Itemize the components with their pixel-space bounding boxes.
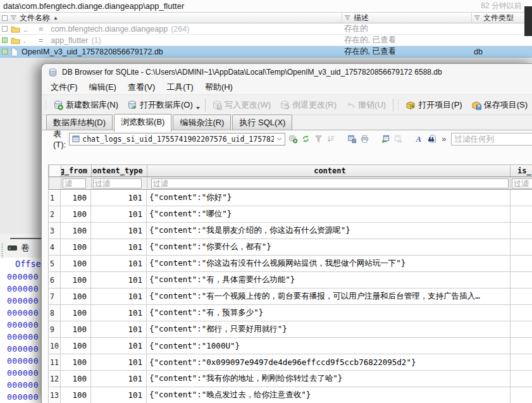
- cell-is-read[interactable]: [510, 239, 532, 256]
- cell-content-type[interactable]: 101: [91, 305, 147, 321]
- table-row[interactable]: 2 100 101 {"content":"哪位"}: [48, 206, 532, 223]
- table-row[interactable]: 10 100 101 {"content":"1000U"}: [48, 338, 532, 354]
- new-record-button[interactable]: [288, 133, 298, 145]
- cell-is-read[interactable]: [510, 206, 532, 223]
- row-number[interactable]: 3: [48, 223, 61, 239]
- row-number[interactable]: 7: [48, 288, 61, 305]
- import-table-button[interactable]: [381, 133, 390, 145]
- menu-item[interactable]: 帮助(H): [199, 80, 238, 94]
- cell-content[interactable]: {"content":"都行，只要好用就行"}: [147, 321, 510, 338]
- cell-is-read[interactable]: [510, 371, 532, 387]
- open-database-dropdown-icon[interactable]: [196, 107, 200, 109]
- cell-content[interactable]: {"content":"有，预算多少"}: [147, 305, 510, 321]
- cell-content-type[interactable]: 101: [91, 223, 147, 239]
- save-project-button[interactable]: 保存项目(S): [467, 97, 532, 113]
- cell-content-type[interactable]: 101: [91, 239, 147, 256]
- cell-msg-from[interactable]: 100: [61, 387, 91, 403]
- filter-input-is-read[interactable]: 过滤: [512, 178, 532, 189]
- print-button[interactable]: [360, 133, 369, 145]
- table-row[interactable]: 3 100 101 {"content":"我是朋友介绍的，你这边有什么资源呢"…: [48, 223, 532, 239]
- cell-content[interactable]: {"content":"有一个视频上传的，前台要有播报，可以用户注册和后台管理，…: [147, 288, 510, 305]
- cell-msg-from[interactable]: 100: [61, 338, 91, 354]
- row-number[interactable]: 12: [48, 371, 61, 387]
- find-button[interactable]: [427, 133, 436, 145]
- cell-content-type[interactable]: 101: [91, 206, 147, 223]
- row-number[interactable]: 4: [48, 239, 61, 256]
- row-number[interactable]: 11: [48, 354, 61, 371]
- tab[interactable]: 编辑杂注(R): [173, 115, 231, 131]
- cell-content[interactable]: {"content":"你要什么，都有"}: [147, 239, 510, 256]
- cell-content[interactable]: {"content":"你好"}: [147, 190, 510, 206]
- cell-is-read[interactable]: [510, 305, 532, 321]
- table-row[interactable]: 7 100 101 {"content":"有一个视频上传的，前台要有播报，可以…: [48, 288, 532, 305]
- cell-is-read[interactable]: [510, 288, 532, 305]
- row-number[interactable]: 9: [48, 321, 61, 338]
- cell-content[interactable]: {"content":"你这边有没有什么视频网站提供，我想做个网站玩一下"}: [147, 256, 510, 272]
- tab[interactable]: 浏览数据(B): [114, 114, 171, 132]
- cell-is-read[interactable]: [510, 272, 532, 288]
- cell-content[interactable]: {"content":"1000U"}: [147, 338, 510, 354]
- clear-filter-button[interactable]: [314, 133, 323, 145]
- cell-is-read[interactable]: [510, 387, 532, 403]
- select-all-checkbox[interactable]: [2, 15, 8, 21]
- cell-msg-from[interactable]: 100: [61, 321, 91, 338]
- open-project-button[interactable]: 打开项目(P): [401, 97, 466, 113]
- undo-button[interactable]: 撤销(U): [341, 97, 390, 113]
- cell-msg-from[interactable]: 100: [61, 272, 91, 288]
- title-bar[interactable]: DB Browser for SQLite - C:\Users\ADMINI~…: [42, 64, 532, 80]
- menu-item[interactable]: 工具(T): [161, 80, 199, 94]
- toolbar-grip[interactable]: [398, 99, 399, 111]
- cell-msg-from[interactable]: 100: [61, 239, 91, 256]
- row-checkbox[interactable]: [2, 26, 8, 32]
- cell-content[interactable]: {"content":"我是朋友介绍的，你这边有什么资源呢"}: [147, 223, 510, 239]
- cell-is-read[interactable]: [510, 256, 532, 272]
- cell-content-type[interactable]: 101: [91, 371, 147, 387]
- table-row[interactable]: 12 100 101 {"content":"我有你的地址，刚刚给你转过去了哈"…: [48, 371, 532, 387]
- table-row[interactable]: 13 100 101 {"content":"晚点发过去，给你注意查收"}: [48, 387, 532, 403]
- write-changes-button[interactable]: 写入更改(W): [207, 97, 275, 113]
- file-row-current-dir[interactable]: . = app_flutter (1) 存在的, 已查看: [0, 35, 532, 46]
- cell-content-type[interactable]: 101: [91, 354, 147, 371]
- filter-funnel-icon[interactable]: [474, 15, 481, 21]
- new-database-button[interactable]: 新建数据库(N): [49, 97, 123, 113]
- table-row[interactable]: 8 100 101 {"content":"有，预算多少"}: [48, 305, 532, 321]
- column-header-filename[interactable]: 文件名称 ▲: [0, 13, 342, 23]
- refresh-button[interactable]: [301, 133, 311, 145]
- cell-content-type[interactable]: 101: [91, 256, 147, 272]
- table-combobox[interactable]: chat_logs_si_uid_1755741902207576_uid_17…: [69, 133, 285, 146]
- column-header-is-read[interactable]: is_re: [510, 165, 532, 177]
- filter-input-msg-from[interactable]: 滤: [63, 178, 86, 189]
- cell-content-type[interactable]: 101: [91, 387, 147, 403]
- column-header-msg-from[interactable]: sg_from: [61, 165, 92, 177]
- row-number[interactable]: 2: [48, 206, 61, 223]
- row-checkbox[interactable]: [2, 49, 8, 54]
- cell-msg-from[interactable]: 100: [61, 190, 91, 206]
- cell-content-type[interactable]: 101: [91, 338, 147, 354]
- file-row-parent-dir[interactable]: .. = com.bfengtech.diange.diangeapp (264…: [0, 23, 532, 35]
- cell-is-read[interactable]: [510, 321, 532, 338]
- row-number[interactable]: 6: [48, 272, 61, 288]
- row-number[interactable]: 13: [48, 387, 61, 403]
- cell-is-read[interactable]: [510, 338, 532, 354]
- toolbar-grip[interactable]: [1, 244, 3, 257]
- table-row[interactable]: 11 100 101 {"content":"0x099097e9497de4d…: [48, 354, 532, 371]
- tab[interactable]: 执行 SQL(X): [232, 115, 292, 131]
- cell-msg-from[interactable]: 100: [61, 223, 91, 239]
- cell-content[interactable]: {"content":"0x099097e9497de4de96effccd9f…: [147, 354, 510, 371]
- cell-msg-from[interactable]: 100: [61, 371, 91, 387]
- table-row[interactable]: 4 100 101 {"content":"你要什么，都有"}: [48, 239, 532, 256]
- cell-content-type[interactable]: 101: [91, 288, 147, 305]
- filter-funnel-icon[interactable]: [10, 15, 17, 21]
- column-header-description[interactable]: 描述: [342, 13, 471, 23]
- row-number[interactable]: 10: [48, 338, 61, 354]
- toolbar-overflow-chevron[interactable]: »: [442, 134, 446, 144]
- filter-input-content-type[interactable]: 过滤: [93, 178, 142, 189]
- revert-changes-button[interactable]: 倒退更改(R): [275, 97, 341, 113]
- cell-content[interactable]: {"content":"我有你的地址，刚刚给你转过去了哈"}: [147, 371, 510, 387]
- cell-content-type[interactable]: 101: [91, 190, 147, 206]
- cell-content[interactable]: {"content":"有，具体需要什么功能"}: [147, 272, 510, 288]
- file-row-db-selected[interactable]: OpenIM_v3_uid_1757820856679172.db 存在的, 已…: [0, 46, 532, 58]
- cell-content[interactable]: {"content":"晚点发过去，给你注意查收"}: [147, 387, 510, 403]
- table-row[interactable]: 1 100 101 {"content":"你好"}: [48, 190, 532, 206]
- menu-item[interactable]: 编辑(E): [84, 80, 122, 94]
